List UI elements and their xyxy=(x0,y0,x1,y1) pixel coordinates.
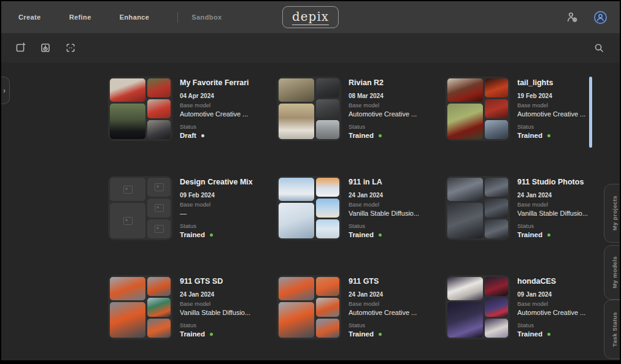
search-icon xyxy=(593,42,605,54)
project-thumbnail[interactable] xyxy=(277,77,341,141)
account-avatar-button[interactable] xyxy=(593,10,608,25)
nav-create[interactable]: Create xyxy=(18,9,41,26)
header-actions xyxy=(566,1,608,33)
project-card[interactable]: Rivian R2 08 Mar 2024 Base model Automot… xyxy=(277,77,446,141)
new-project-button[interactable] xyxy=(14,42,26,54)
thumb-cell xyxy=(447,277,483,300)
header-bar: Create Refine Enhance Sandbox depix xyxy=(1,1,620,33)
project-thumbnail[interactable] xyxy=(108,77,172,141)
thumb-cell xyxy=(447,104,483,139)
project-status: Trained xyxy=(349,330,374,338)
status-label: Status xyxy=(349,322,446,328)
project-thumbnail[interactable] xyxy=(277,275,341,339)
status-dot xyxy=(201,134,204,137)
tab-my-models[interactable]: My models xyxy=(604,245,620,300)
base-model-label: Base model xyxy=(517,300,614,307)
thumb-cell xyxy=(147,120,171,139)
project-date: 04 Apr 2024 xyxy=(180,93,277,99)
thumb-cell xyxy=(316,298,339,317)
thumb-cell xyxy=(279,104,314,139)
avatar-icon xyxy=(593,10,608,25)
import-button[interactable] xyxy=(39,42,52,54)
scan-button[interactable] xyxy=(64,42,77,54)
thumb-cell xyxy=(110,203,145,238)
status-dot xyxy=(379,233,382,237)
project-card[interactable]: 911 GTS SD 24 Jan 2024 Base model Vanill… xyxy=(108,275,277,339)
status-dot xyxy=(379,333,382,336)
project-title: My Favorite Ferrari xyxy=(180,78,277,87)
thumb-cell xyxy=(485,298,508,317)
status-dot xyxy=(547,134,550,137)
project-thumbnail[interactable] xyxy=(108,176,172,240)
project-base-model: Automotive Creative ... xyxy=(517,309,614,316)
tab-my-projects[interactable]: My projects xyxy=(604,184,620,243)
project-card[interactable]: Design Creative Mix 09 Feb 2024 Base mod… xyxy=(108,176,277,240)
logo-button[interactable]: depix xyxy=(282,6,339,28)
project-thumbnail[interactable] xyxy=(108,275,172,339)
thumb-cell xyxy=(147,78,171,97)
nav-enhance[interactable]: Enhance xyxy=(120,9,150,26)
project-status: Trained xyxy=(349,231,374,238)
main-nav: Create Refine Enhance Sandbox xyxy=(18,9,222,26)
base-model-label: Base model xyxy=(517,201,614,208)
project-title: hondaCES xyxy=(517,277,614,286)
project-thumbnail[interactable] xyxy=(446,176,510,240)
base-model-label: Base model xyxy=(517,102,614,108)
thumb-cell xyxy=(485,178,508,197)
project-card[interactable]: 911 GTS 24 Jan 2024 Base model Automotiv… xyxy=(277,275,446,339)
project-date: 09 Jan 2024 xyxy=(517,291,614,298)
project-title: 911 GTS SD xyxy=(180,277,277,286)
project-base-model: Automotive Creative ... xyxy=(349,309,446,316)
project-thumbnail[interactable] xyxy=(446,77,510,141)
base-model-label: Base model xyxy=(180,102,277,108)
expand-left-panel-button[interactable]: › xyxy=(1,77,10,104)
thumb-cell xyxy=(147,99,171,118)
project-card[interactable]: 911 Studio Photos 24 Jan 2024 Base model… xyxy=(446,176,614,240)
tab-task-status[interactable]: Task Status xyxy=(604,300,620,359)
project-date: 24 Jan 2024 xyxy=(180,291,277,298)
tab-my-models-label: My models xyxy=(611,256,618,289)
project-title: 911 Studio Photos xyxy=(517,178,614,186)
project-title: 911 in LA xyxy=(349,178,446,186)
status-dot xyxy=(210,233,213,237)
project-base-model: Vanilla Stable Diffusio... xyxy=(517,210,614,217)
chevron-right-icon: › xyxy=(3,86,6,95)
project-card[interactable]: 911 in LA 24 Jan 2024 Base model Vanilla… xyxy=(277,176,446,240)
status-dot xyxy=(379,134,382,137)
thumb-cell xyxy=(447,203,483,238)
status-label: Status xyxy=(517,123,614,130)
tab-my-projects-label: My projects xyxy=(611,195,618,230)
thumb-cell xyxy=(316,319,339,338)
project-thumbnail[interactable] xyxy=(446,275,510,339)
import-download-icon xyxy=(39,42,52,54)
thumb-cell xyxy=(279,178,314,201)
status-dot xyxy=(547,233,550,237)
project-info: 911 Studio Photos 24 Jan 2024 Base model… xyxy=(517,176,614,240)
project-card[interactable]: My Favorite Ferrari 04 Apr 2024 Base mod… xyxy=(108,77,277,141)
project-base-model: Vanilla Stable Diffusio... xyxy=(180,309,277,316)
project-info: 911 GTS 24 Jan 2024 Base model Automotiv… xyxy=(349,275,446,339)
status-label: Status xyxy=(517,222,614,229)
thumb-cell xyxy=(279,78,314,102)
thumb-cell xyxy=(447,78,483,102)
thumb-cell xyxy=(485,319,508,338)
thumb-cell xyxy=(316,277,339,296)
project-card[interactable]: hondaCES 09 Jan 2024 Base model Automoti… xyxy=(446,275,614,339)
project-info: Rivian R2 08 Mar 2024 Base model Automot… xyxy=(349,77,446,141)
project-date: 08 Mar 2024 xyxy=(349,93,446,99)
thumb-cell xyxy=(447,178,483,201)
nav-sandbox[interactable]: Sandbox xyxy=(191,9,222,26)
search-button[interactable] xyxy=(593,42,605,54)
thumb-cell xyxy=(279,302,314,338)
user-settings-button[interactable] xyxy=(566,11,579,24)
nav-refine[interactable]: Refine xyxy=(69,9,91,26)
project-base-model: — xyxy=(180,210,277,217)
project-thumbnail[interactable] xyxy=(277,176,341,240)
thumb-cell xyxy=(110,78,145,102)
status-label: Status xyxy=(180,322,277,328)
thumb-cell xyxy=(147,219,171,238)
thumb-cell xyxy=(485,78,508,97)
thumb-cell xyxy=(316,120,339,139)
vertical-scrollbar-thumb[interactable] xyxy=(589,77,592,148)
project-date: 09 Feb 2024 xyxy=(180,192,277,199)
